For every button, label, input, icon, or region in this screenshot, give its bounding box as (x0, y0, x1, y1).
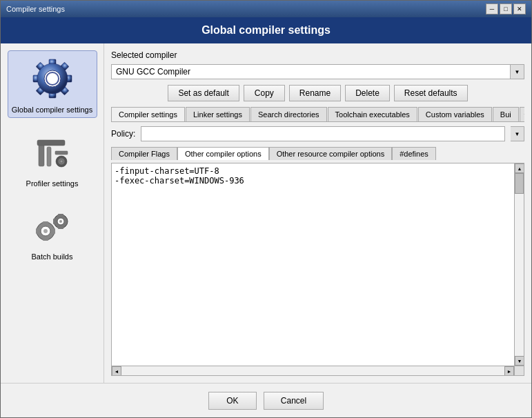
scroll-down-button[interactable]: ▼ (515, 356, 524, 366)
tab-prev-arrow[interactable]: ◄ (520, 107, 524, 121)
scroll-thumb-v[interactable] (515, 173, 524, 194)
set-as-default-button[interactable]: Set as default (168, 85, 239, 101)
svg-point-20 (43, 229, 48, 233)
tab-search-directories[interactable]: Search directories (250, 107, 327, 121)
svg-rect-29 (58, 226, 63, 229)
horizontal-scrollbar[interactable]: ◄ ► (112, 366, 514, 375)
tab-linker-settings[interactable]: Linker settings (186, 107, 250, 121)
tab-compiler-settings[interactable]: Compiler settings (111, 107, 185, 121)
compiler-select-label: Selected compiler (111, 50, 524, 60)
copy-button[interactable]: Copy (244, 85, 285, 101)
compiler-options-textarea[interactable]: -finput-charset=UTF-8 -fexec-charset=WIN… (112, 163, 514, 375)
inner-tab-bar: Compiler Flags Other compiler options Ot… (111, 147, 524, 160)
window-body: Global compiler settings (1, 43, 531, 383)
tab-build[interactable]: Bui (493, 107, 519, 121)
svg-rect-23 (36, 228, 39, 234)
inner-tab-other-resource-compiler-options[interactable]: Other resource compiler options (269, 147, 393, 160)
window-title: Compiler settings (6, 5, 65, 13)
sidebar-item-global-compiler[interactable]: Global compiler settings (8, 50, 97, 118)
close-button[interactable]: ✕ (513, 3, 526, 14)
cancel-button[interactable]: Cancel (264, 392, 324, 410)
inner-tab-other-compiler-options[interactable]: Other compiler options (177, 147, 269, 160)
dialog-title: Global compiler settings (201, 24, 331, 36)
dialog-header: Global compiler settings (1, 17, 531, 43)
outer-tab-bar: Compiler settings Linker settings Search… (111, 107, 524, 122)
maximize-button[interactable]: □ (500, 3, 512, 14)
compiler-dropdown[interactable]: GNU GCC Compiler (111, 64, 511, 79)
svg-rect-12 (47, 147, 51, 166)
compiler-button-row: Set as default Copy Rename Delete Reset … (111, 85, 524, 101)
batch-icon (28, 201, 77, 250)
svg-point-27 (59, 220, 62, 223)
scroll-up-button[interactable]: ▲ (515, 163, 524, 173)
dropdown-arrow-icon[interactable]: ▼ (511, 64, 524, 79)
minimize-button[interactable]: ─ (486, 3, 498, 14)
main-window: Compiler settings ─ □ ✕ Global compiler … (0, 0, 532, 418)
sidebar-item-batch[interactable]: Batch builds (8, 198, 97, 264)
scrollbar-corner (514, 366, 524, 375)
delete-button[interactable]: Delete (345, 85, 390, 101)
policy-input[interactable] (141, 126, 505, 141)
scroll-left-button[interactable]: ◄ (112, 366, 121, 376)
svg-rect-21 (43, 221, 48, 225)
global-compiler-icon (28, 54, 77, 103)
sidebar-item-profiler[interactable]: Profiler settings (8, 125, 97, 191)
tab-custom-variables[interactable]: Custom variables (418, 107, 492, 121)
tab-toolchain-executables[interactable]: Toolchain executables (328, 107, 417, 121)
inner-tab-defines[interactable]: #defines (392, 147, 436, 160)
policy-dropdown-arrow[interactable]: ▼ (511, 126, 524, 141)
compiler-select-container: GNU GCC Compiler ▼ (111, 64, 524, 79)
svg-rect-13 (37, 140, 65, 146)
svg-rect-24 (52, 228, 55, 234)
svg-point-17 (60, 160, 63, 163)
window-controls: ─ □ ✕ (486, 3, 526, 14)
scroll-track-v (515, 173, 524, 356)
sidebar-label-profiler: Profiler settings (26, 179, 79, 188)
policy-label: Policy: (111, 129, 135, 139)
sidebar-label-global-compiler: Global compiler settings (12, 106, 92, 114)
main-content: Selected compiler GNU GCC Compiler ▼ Set… (104, 43, 531, 383)
scroll-track-h (121, 366, 504, 375)
svg-rect-28 (58, 214, 63, 217)
vertical-scrollbar[interactable]: ▲ ▼ (514, 163, 524, 366)
sidebar: Global compiler settings (1, 43, 104, 383)
svg-rect-30 (53, 219, 56, 224)
text-area-container: -finput-charset=UTF-8 -fexec-charset=WIN… (111, 163, 524, 376)
policy-row: Policy: ▼ (111, 126, 524, 141)
svg-rect-14 (55, 151, 68, 155)
rename-button[interactable]: Rename (289, 85, 341, 101)
svg-rect-31 (64, 219, 67, 224)
scroll-right-button[interactable]: ► (504, 366, 514, 376)
outer-tabs: Compiler settings Linker settings Search… (111, 107, 524, 121)
svg-rect-22 (43, 237, 48, 241)
title-bar: Compiler settings ─ □ ✕ (1, 1, 531, 17)
ok-button[interactable]: OK (208, 392, 257, 410)
dialog-footer: OK Cancel (1, 383, 531, 417)
sidebar-label-batch: Batch builds (32, 252, 73, 261)
compiler-select-section: Selected compiler GNU GCC Compiler ▼ (111, 50, 524, 79)
inner-tab-compiler-flags[interactable]: Compiler Flags (111, 147, 177, 160)
profiler-icon (28, 128, 77, 177)
reset-defaults-button[interactable]: Reset defaults (394, 85, 468, 101)
